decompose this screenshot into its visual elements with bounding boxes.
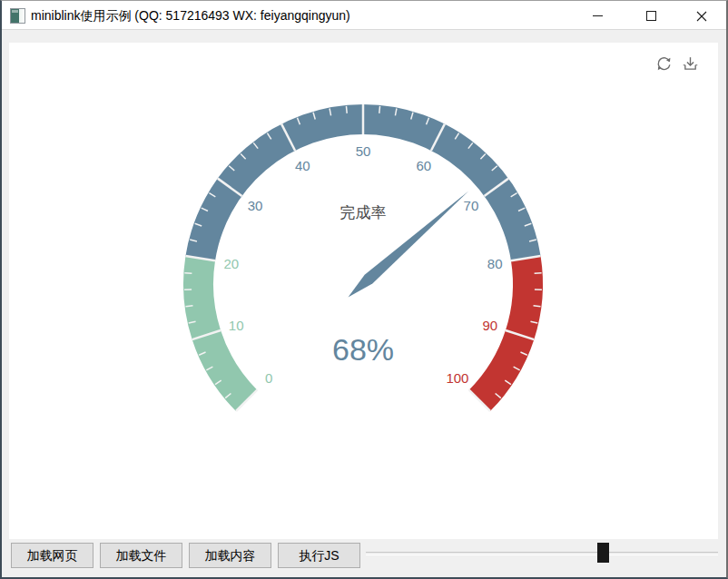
gauge-axis-label: 80 xyxy=(487,256,503,271)
titlebar: miniblink使用示例 (QQ: 517216493 WX: feiyang… xyxy=(2,1,726,30)
gauge-axis-label: 90 xyxy=(482,318,497,333)
refresh-icon[interactable] xyxy=(654,54,674,74)
gauge-minor-tick xyxy=(346,106,347,113)
gauge-axis-label: 40 xyxy=(295,158,310,173)
gauge-axis-label: 30 xyxy=(248,198,263,213)
gauge-axis-label: 20 xyxy=(223,256,239,271)
gauge-title: 完成率 xyxy=(340,204,387,221)
gauge-minor-tick xyxy=(379,106,380,113)
gauge-axis-label: 50 xyxy=(356,143,371,159)
gauge-band-segment xyxy=(201,119,526,258)
maximize-icon xyxy=(646,11,656,21)
gauge-minor-tick xyxy=(184,273,192,274)
gauge-axis-label: 10 xyxy=(229,318,244,333)
app-window: miniblink使用示例 (QQ: 517216493 WX: feiyang… xyxy=(0,0,728,579)
maximize-button[interactable] xyxy=(625,1,677,30)
window-title: miniblink使用示例 (QQ: 517216493 WX: feiyang… xyxy=(31,1,350,30)
minimize-icon xyxy=(593,15,603,16)
gauge-axis-label: 100 xyxy=(446,370,468,386)
load-file-button[interactable]: 加载文件 xyxy=(100,543,182,568)
execute-js-button[interactable]: 执行JS xyxy=(278,543,360,568)
close-button[interactable] xyxy=(676,1,728,30)
close-icon xyxy=(696,11,707,22)
download-icon[interactable] xyxy=(681,54,700,74)
app-icon xyxy=(10,8,25,24)
load-content-button[interactable]: 加载内容 xyxy=(189,543,271,568)
gauge-minor-tick xyxy=(186,306,193,307)
slider-track[interactable] xyxy=(366,552,718,555)
load-webpage-button[interactable]: 加载网页 xyxy=(11,543,93,568)
webview: 0102030405060708090100完成率68% xyxy=(9,43,718,539)
gauge-minor-tick xyxy=(535,273,542,274)
chart-toolbox xyxy=(654,54,700,74)
gauge-axis-label: 60 xyxy=(416,158,431,173)
minimize-button[interactable] xyxy=(572,1,624,30)
slider-handle[interactable] xyxy=(597,543,609,563)
gauge-axis-label: 0 xyxy=(265,370,272,386)
gauge-value: 68% xyxy=(332,332,394,367)
gauge-axis-label: 70 xyxy=(464,198,479,213)
gauge-chart: 0102030405060708090100完成率68% xyxy=(9,43,718,539)
gauge-minor-tick xyxy=(534,306,541,307)
